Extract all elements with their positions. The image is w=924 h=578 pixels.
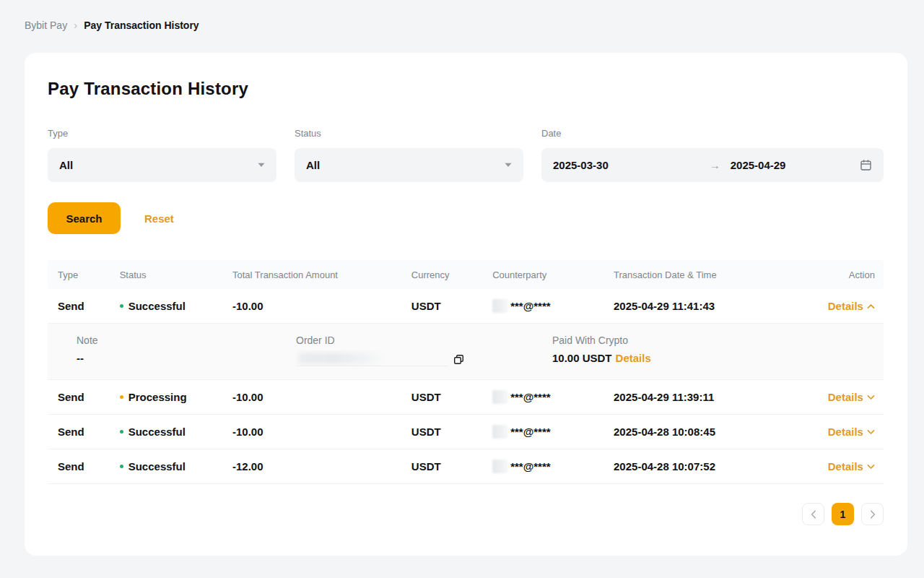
header-type: Type (48, 269, 110, 280)
paid-details-link[interactable]: Details (616, 352, 651, 364)
type-filter: Type All (48, 128, 276, 182)
filter-bar: Type All Status All Date 2025-03-30 → (48, 128, 884, 182)
redacted-blur (492, 460, 508, 473)
cell-currency: USDT (401, 460, 482, 473)
cell-type: Send (48, 426, 110, 438)
filter-actions: Search Reset (48, 202, 884, 234)
cell-amount: -10.00 (222, 391, 401, 403)
note-value: -- (77, 352, 296, 364)
page-title: Pay Transaction History (48, 79, 884, 99)
details-toggle[interactable]: Details (828, 300, 875, 312)
order-id-label: Order ID (296, 335, 552, 346)
status-dot-icon (120, 304, 123, 308)
cell-currency: USDT (401, 300, 482, 312)
status-select-value: All (306, 159, 320, 171)
chevron-up-icon (867, 303, 875, 309)
cell-status: Successful (110, 300, 222, 312)
note-block: Note-- (48, 335, 296, 366)
pagination: 1 (48, 503, 884, 525)
details-toggle[interactable]: Details (828, 460, 875, 473)
status-select[interactable]: All (295, 148, 523, 182)
chevron-down-icon (867, 394, 875, 400)
copy-icon[interactable] (453, 354, 464, 365)
header-currency: Currency (401, 269, 482, 280)
header-counterparty: Counterparty (482, 269, 603, 280)
calendar-icon[interactable] (860, 159, 872, 171)
note-label: Note (77, 335, 296, 346)
chevron-right-icon: › (74, 20, 77, 30)
type-filter-label: Type (48, 128, 276, 139)
status-dot-icon (120, 430, 123, 434)
paid-with-crypto-value: 10.00 USDTDetails (552, 352, 884, 364)
cell-action: Details (808, 426, 884, 438)
cell-datetime: 2025-04-29 11:41:43 (603, 300, 808, 312)
cell-amount: -10.00 (222, 426, 401, 438)
header-datetime: Transaction Date & Time (603, 269, 808, 280)
redacted-blur (492, 425, 508, 439)
page-1-button[interactable]: 1 (832, 503, 854, 525)
order-id-block: Order ID (296, 335, 552, 366)
cell-status: Successful (110, 426, 222, 438)
cell-action: Details (808, 391, 884, 403)
details-toggle[interactable]: Details (828, 426, 875, 438)
redacted-blur (492, 390, 508, 404)
table-header: Type Status Total Transaction Amount Cur… (48, 260, 884, 289)
transactions-table: Type Status Total Transaction Amount Cur… (48, 260, 884, 484)
breadcrumb-parent[interactable]: Bybit Pay (25, 20, 67, 31)
date-range-picker[interactable]: 2025-03-30 → 2025-04-29 (541, 148, 884, 182)
table-row: SendSuccessful-10.00USDT***@****2025-04-… (48, 289, 884, 324)
status-filter-label: Status (295, 128, 523, 139)
status-filter: Status All (295, 128, 523, 182)
cell-currency: USDT (401, 426, 482, 438)
table-body: SendSuccessful-10.00USDT***@****2025-04-… (48, 289, 884, 484)
type-select-value: All (59, 159, 73, 171)
cell-type: Send (48, 460, 110, 473)
redacted-blur (492, 299, 508, 313)
header-action: Action (808, 269, 884, 280)
chevron-down-icon (867, 429, 875, 435)
breadcrumb: Bybit Pay › Pay Transaction History (0, 0, 924, 31)
cell-datetime: 2025-04-28 10:08:45 (603, 426, 808, 438)
cell-datetime: 2025-04-28 10:07:52 (603, 460, 808, 473)
date-filter: Date 2025-03-30 → 2025-04-29 (541, 128, 884, 182)
date-filter-label: Date (541, 128, 884, 139)
main-card: Pay Transaction History Type All Status … (25, 53, 907, 556)
date-end-value[interactable]: 2025-04-29 (731, 159, 860, 171)
cell-amount: -12.00 (222, 460, 401, 473)
expanded-detail-panel: Note--Order IDPaid With Crypto10.00 USDT… (48, 324, 884, 380)
cell-status: Processing (110, 391, 222, 403)
header-status: Status (110, 269, 222, 280)
cell-counterparty: ***@**** (482, 425, 603, 439)
cell-currency: USDT (401, 391, 482, 403)
cell-counterparty: ***@**** (482, 390, 603, 404)
redacted-blur (299, 353, 380, 364)
cell-amount: -10.00 (222, 300, 401, 312)
cell-action: Details (808, 460, 884, 473)
cell-counterparty: ***@**** (482, 460, 603, 473)
paid-with-crypto-label: Paid With Crypto (552, 335, 884, 346)
paid-with-crypto-block: Paid With Crypto10.00 USDTDetails (552, 335, 884, 366)
caret-down-icon (505, 163, 512, 168)
cell-datetime: 2025-04-29 11:39:11 (603, 391, 808, 403)
header-amount: Total Transaction Amount (222, 269, 401, 280)
cell-counterparty: ***@**** (482, 299, 603, 313)
order-id-value-redacted (296, 350, 448, 366)
cell-type: Send (48, 300, 110, 312)
search-button[interactable]: Search (48, 202, 121, 234)
details-toggle[interactable]: Details (828, 391, 875, 403)
type-select[interactable]: All (48, 148, 276, 182)
date-start-value[interactable]: 2025-03-30 (553, 159, 609, 171)
arrow-right-icon: → (710, 159, 720, 171)
breadcrumb-current: Pay Transaction History (84, 20, 199, 31)
prev-page-button[interactable] (802, 503, 824, 525)
reset-button[interactable]: Reset (144, 212, 174, 225)
caret-down-icon (258, 163, 265, 168)
cell-action: Details (808, 300, 884, 312)
table-row: SendProcessing-10.00USDT***@****2025-04-… (48, 380, 884, 415)
next-page-button[interactable] (861, 503, 884, 525)
table-row: SendSuccessful-12.00USDT***@****2025-04-… (48, 449, 884, 484)
cell-type: Send (48, 391, 110, 403)
status-dot-icon (120, 465, 123, 468)
table-row: SendSuccessful-10.00USDT***@****2025-04-… (48, 415, 884, 449)
status-dot-icon (120, 395, 123, 399)
